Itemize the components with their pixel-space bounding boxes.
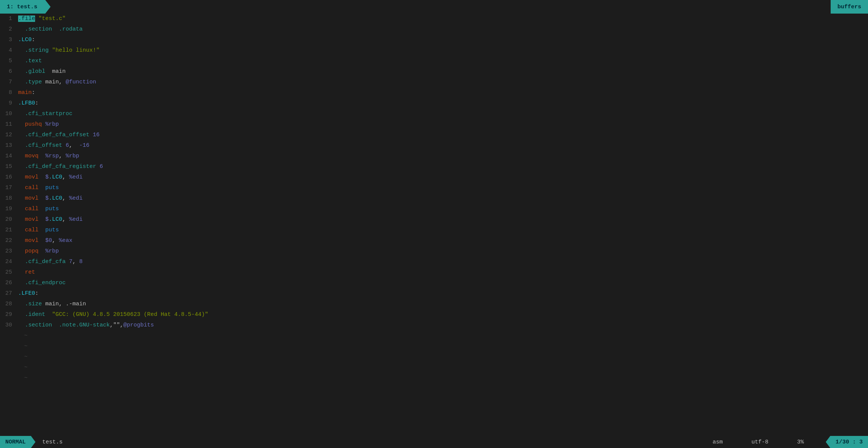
line-num-30: 30 <box>0 320 18 331</box>
line-content-15: .cfi_def_cfa_register 6 <box>18 162 103 172</box>
line-num-24: 24 <box>0 257 18 267</box>
line-num-15: 15 <box>0 162 18 172</box>
code-line-26: 26 .cfi_endproc <box>0 278 868 288</box>
line-content-9: .LFB0: <box>18 98 38 109</box>
code-line-20: 20 movl $.LC0, %edi <box>0 214 868 225</box>
code-line-16: 16 movl $.LC0, %edi <box>0 172 868 183</box>
line-content-6: .globl main <box>18 66 66 77</box>
line-content-23: popq %rbp <box>18 246 59 257</box>
line-content-25: ret <box>18 267 35 278</box>
line-num-17: 17 <box>0 183 18 193</box>
code-line-2: 2 .section .rodata <box>0 24 868 35</box>
line-num-25: 25 <box>0 267 18 278</box>
code-line-29: 29 .ident "GCC: (GNU) 4.8.5 20150623 (Re… <box>0 309 868 320</box>
code-line-12: 12 .cfi_def_cfa_offset 16 <box>0 130 868 140</box>
line-content-26: .cfi_endproc <box>18 278 66 288</box>
line-content-21: call puts <box>18 225 59 236</box>
line-content-19: call puts <box>18 204 59 214</box>
line-num-1: 1 <box>0 14 18 24</box>
line-num-20: 20 <box>0 214 18 225</box>
status-pos-left-arrow <box>826 436 830 448</box>
code-line-18: 18 movl $.LC0, %edi <box>0 193 868 204</box>
code-line-23: 23 popq %rbp <box>0 246 868 257</box>
line-content-30: .section .note.GNU-stack,"",@progbits <box>18 320 154 331</box>
status-encoding: utf-8 <box>745 439 775 445</box>
code-line-17: 17 call puts <box>0 183 868 193</box>
tilde-line-4: ~ <box>0 362 868 373</box>
code-line-15: 15 .cfi_def_cfa_register 6 <box>0 162 868 172</box>
tilde-line-1: ~ <box>0 331 868 341</box>
status-bar: NORMAL test.s asm utf-8 3% 1/30 : 3 <box>0 436 868 448</box>
line-content-22: movl $0, %eax <box>18 236 72 246</box>
code-line-21: 21 call puts <box>0 225 868 236</box>
tab-left: 1: test.s <box>0 0 51 14</box>
code-area: 1 .file "test.c" 2 .section .rodata 3 .L… <box>0 14 868 436</box>
line-num-3: 3 <box>0 35 18 45</box>
mode-badge: NORMAL <box>0 436 31 448</box>
line-content-14: movq %rsp, %rbp <box>18 151 79 162</box>
line-num-27: 27 <box>0 288 18 299</box>
line-content-8: main: <box>18 88 35 98</box>
status-right: asm utf-8 3% 1/30 : 3 <box>706 436 868 448</box>
code-line-9: 9 .LFB0: <box>0 98 868 109</box>
line-content-27: .LFE0: <box>18 288 38 299</box>
line-num-26: 26 <box>0 278 18 288</box>
line-num-19: 19 <box>0 204 18 214</box>
line-num-6: 6 <box>0 66 18 77</box>
code-line-5: 5 .text <box>0 56 868 66</box>
active-tab[interactable]: 1: test.s <box>0 0 45 14</box>
code-line-28: 28 .size main, .-main <box>0 299 868 309</box>
line-content-5: .text <box>18 56 42 66</box>
code-line-13: 13 .cfi_offset 6, -16 <box>0 140 868 151</box>
status-left: NORMAL test.s <box>0 436 69 448</box>
tab-bar: 1: test.s buffers <box>0 0 868 14</box>
line-num-14: 14 <box>0 151 18 162</box>
buffers-button[interactable]: buffers <box>831 0 868 14</box>
line-num-23: 23 <box>0 246 18 257</box>
line-num-9: 9 <box>0 98 18 109</box>
code-line-24: 24 .cfi_def_cfa 7, 8 <box>0 257 868 267</box>
line-content-12: .cfi_def_cfa_offset 16 <box>18 130 100 140</box>
line-content-29: .ident "GCC: (GNU) 4.8.5 20150623 (Red H… <box>18 309 208 320</box>
line-content-10: .cfi_startproc <box>18 109 72 119</box>
code-line-8: 8 main: <box>0 88 868 98</box>
code-line-4: 4 .string "hello linux!" <box>0 45 868 56</box>
code-line-3: 3 .LC0: <box>0 35 868 45</box>
code-line-30: 30 .section .note.GNU-stack,"",@progbits <box>0 320 868 331</box>
line-content-2: .section .rodata <box>18 24 83 35</box>
line-num-21: 21 <box>0 225 18 236</box>
line-content-7: .type main, @function <box>18 77 96 88</box>
line-content-3: .LC0: <box>18 35 35 45</box>
line-num-5: 5 <box>0 56 18 66</box>
code-line-11: 11 pushq %rbp <box>0 119 868 130</box>
line-num-29: 29 <box>0 309 18 320</box>
code-line-22: 22 movl $0, %eax <box>0 236 868 246</box>
code-line-10: 10 .cfi_startproc <box>0 109 868 119</box>
code-line-27: 27 .LFE0: <box>0 288 868 299</box>
line-num-11: 11 <box>0 119 18 130</box>
line-num-7: 7 <box>0 77 18 88</box>
line-content-18: movl $.LC0, %edi <box>18 193 83 204</box>
line-content-17: call puts <box>18 183 59 193</box>
line-content-16: movl $.LC0, %edi <box>18 172 83 183</box>
line-num-28: 28 <box>0 299 18 309</box>
editor-container: 1: test.s buffers 1 .file "test.c" 2 .se… <box>0 0 868 448</box>
tilde-line-3: ~ <box>0 352 868 362</box>
status-position-badge: 1/30 : 3 <box>830 436 868 448</box>
tab-arrow <box>45 0 51 14</box>
code-line-14: 14 movq %rsp, %rbp <box>0 151 868 162</box>
code-line-6: 6 .globl main <box>0 66 868 77</box>
code-line-7: 7 .type main, @function <box>0 77 868 88</box>
line-content-4: .string "hello linux!" <box>18 45 100 56</box>
line-num-10: 10 <box>0 109 18 119</box>
code-line-25: 25 ret <box>0 267 868 278</box>
tilde-line-5: ~ <box>0 373 868 383</box>
line-num-22: 22 <box>0 236 18 246</box>
line-num-12: 12 <box>0 130 18 140</box>
line-content-11: pushq %rbp <box>18 119 59 130</box>
mode-arrow <box>31 436 35 448</box>
status-percent: 3% <box>790 439 811 445</box>
status-position-container: 1/30 : 3 <box>826 436 868 448</box>
line-content-28: .size main, .-main <box>18 299 86 309</box>
line-content-20: movl $.LC0, %edi <box>18 214 83 225</box>
